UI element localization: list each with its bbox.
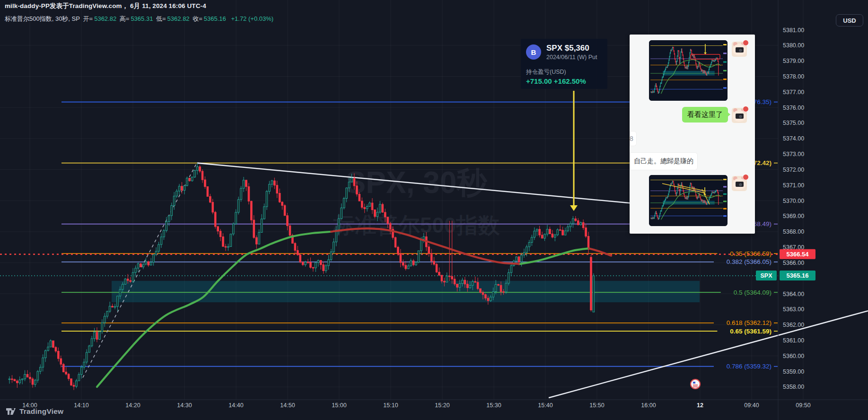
svg-text:5368.00: 5368.00: [783, 228, 804, 235]
thumbnail-chart-image: [649, 175, 728, 226]
svg-text:16:00: 16:00: [641, 402, 656, 409]
currency-toggle-button[interactable]: USD: [836, 14, 863, 26]
svg-text:5376.00: 5376.00: [783, 105, 804, 111]
svg-text:5361.00: 5361.00: [783, 337, 804, 344]
symbol-legend[interactable]: 标准普尔500指数, 30秒, SP 开=5362.82 高=5365.31 低…: [5, 15, 275, 23]
time-axis[interactable]: 14:0014:1014:2014:3014:4014:5015:0015:10…: [22, 402, 810, 409]
chart-header: milk-daddy-PP发表于TradingView.com， 6月 11, …: [5, 2, 275, 23]
fib-label-0.65: 0.65 (5361.59): [730, 328, 772, 335]
legend-close-label: 收=: [193, 15, 202, 22]
svg-text:5366.54: 5366.54: [787, 251, 809, 258]
fib-label-0.618: 0.618 (5362.12): [727, 319, 772, 326]
svg-text:5366.00: 5366.00: [783, 260, 804, 266]
legend-open-value: 5362.82: [94, 15, 116, 22]
svg-text:5371.00: 5371.00: [783, 182, 804, 189]
svg-text:09:40: 09:40: [744, 402, 759, 409]
svg-text:5378.00: 5378.00: [783, 73, 804, 80]
chat-overlay-panel: 看看这里了 8 自己走。總歸是賺的: [630, 35, 755, 234]
svg-text:14:20: 14:20: [125, 402, 140, 409]
svg-text:15:00: 15:00: [332, 402, 346, 409]
avatar[interactable]: [732, 42, 747, 57]
legend-open-label: 开=: [83, 15, 93, 22]
prev-close-price-label: 5366.54: [780, 249, 815, 259]
svg-text:12: 12: [697, 402, 703, 409]
svg-text:5377.00: 5377.00: [783, 89, 804, 96]
fib-label-0.786: 0.786 (5359.32): [727, 363, 772, 370]
annotation-arrow-head: [570, 205, 578, 211]
avatar[interactable]: [732, 108, 747, 123]
legend-low-label: 低=: [156, 15, 166, 22]
moving-average-line: [97, 232, 331, 387]
svg-text:5373.00: 5373.00: [783, 151, 804, 158]
dashed-uptrend-line[interactable]: [83, 163, 197, 378]
chat-chart-thumbnail-2[interactable]: [649, 175, 728, 226]
svg-text:15:20: 15:20: [435, 402, 449, 409]
svg-text:5381.00: 5381.00: [783, 27, 804, 34]
chat-message-bubble-clipped[interactable]: 8: [630, 131, 637, 146]
price-axis[interactable]: 5381.005380.005379.005378.005377.005376.…: [783, 27, 804, 391]
last-price-label: 5365.16: [780, 271, 815, 280]
svg-text:5375.00: 5375.00: [783, 120, 804, 126]
watermark: SPX, 30秒标准普尔500指数: [332, 166, 500, 237]
svg-text:5362.00: 5362.00: [783, 322, 804, 328]
broker-badge: B: [526, 44, 541, 60]
fib-label-0.35: 0.35 (5366.59): [730, 250, 772, 257]
legend-close-value: 5365.16: [204, 15, 226, 22]
svg-text:SPX: SPX: [760, 272, 772, 279]
chat-message-bubble[interactable]: 看看这里了: [682, 107, 728, 122]
svg-text:15:30: 15:30: [486, 402, 501, 409]
svg-text:5359.00: 5359.00: [783, 368, 804, 375]
camera-lens-icon: [738, 114, 743, 119]
svg-text:14:30: 14:30: [177, 402, 192, 409]
avatar-badge: [743, 106, 749, 112]
pnl-value: +715.00 +162.50%: [526, 77, 586, 85]
tradingview-chart-window: SPX, 30秒标准普尔500指数-0.236 (5376.35)0 (5372…: [0, 0, 868, 420]
svg-text:09:50: 09:50: [796, 402, 810, 409]
svg-text:5370.00: 5370.00: [783, 198, 804, 204]
svg-text:5374.00: 5374.00: [783, 135, 804, 142]
legend-change: +1.72 (+0.03%): [231, 15, 273, 22]
svg-text:5372.00: 5372.00: [783, 166, 804, 173]
avatar[interactable]: [732, 176, 747, 191]
svg-text:14:50: 14:50: [280, 402, 295, 409]
svg-text:标准普尔500指数: 标准普尔500指数: [332, 213, 500, 237]
legend-high-label: 高=: [120, 15, 130, 22]
fib-label-0.5: 0.5 (5364.09): [734, 289, 772, 296]
svg-text:15:50: 15:50: [589, 402, 604, 409]
legend-symbol[interactable]: 标准普尔500指数, 30秒, SP: [5, 15, 80, 22]
legend-high-value: 5365.31: [131, 15, 153, 22]
published-by-line: milk-daddy-PP发表于TradingView.com， 6月 11, …: [5, 2, 275, 10]
svg-text:14:40: 14:40: [228, 402, 243, 409]
svg-text:15:40: 15:40: [538, 402, 552, 409]
svg-text:SPX, 30秒: SPX, 30秒: [346, 166, 488, 200]
legend-low-value: 5362.82: [167, 15, 190, 22]
svg-text:15:10: 15:10: [383, 402, 398, 409]
svg-text:5379.00: 5379.00: [783, 58, 804, 64]
callout-title: SPX $5,360: [546, 44, 589, 53]
svg-text:5380.00: 5380.00: [783, 42, 804, 49]
economic-event-flag-icon[interactable]: [691, 379, 700, 389]
svg-text:5365.16: 5365.16: [787, 272, 809, 279]
chat-message-bubble[interactable]: 自己走。總歸是賺的: [630, 152, 698, 170]
svg-text:5363.00: 5363.00: [783, 306, 804, 313]
tradingview-logo-icon: [6, 407, 16, 416]
svg-text:5358.00: 5358.00: [783, 384, 804, 390]
avatar-badge: [743, 174, 749, 180]
svg-text:14:10: 14:10: [74, 402, 88, 409]
camera-lens-icon: [738, 183, 743, 187]
thumbnail-chart-image: [649, 40, 728, 101]
callout-subtitle: 2024/06/11 (W) Put: [546, 54, 597, 61]
camera-lens-icon: [738, 48, 743, 52]
pnl-label: 持仓盈亏(USD): [526, 68, 566, 76]
spx-symbol-chip: SPX: [756, 271, 777, 280]
fib-label-0.382: 0.382 (5366.05): [727, 258, 772, 265]
position-note-callout[interactable]: B SPX $5,360 2024/06/11 (W) Put 持仓盈亏(USD…: [521, 39, 607, 89]
tradingview-attribution[interactable]: TradingView: [6, 407, 63, 416]
svg-text:5369.00: 5369.00: [783, 213, 804, 219]
chat-chart-thumbnail-1[interactable]: [649, 40, 728, 101]
svg-text:5364.00: 5364.00: [783, 291, 804, 298]
avatar-badge: [743, 40, 749, 46]
tradingview-logo-text: TradingView: [19, 407, 63, 416]
white-uptrend-line[interactable]: [549, 311, 868, 398]
svg-text:5360.00: 5360.00: [783, 353, 804, 359]
